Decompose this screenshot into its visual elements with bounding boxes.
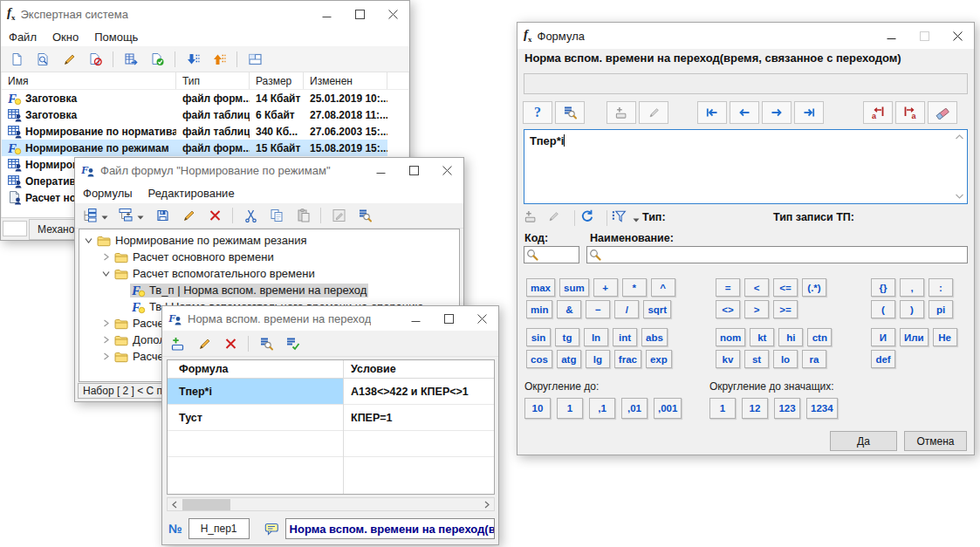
titlebar[interactable]: fx Экспертная система <box>1 1 409 27</box>
significant-12[interactable]: 12 <box>742 398 768 419</box>
key-ctn[interactable]: ctn <box>807 328 832 346</box>
key-frac[interactable]: frac <box>614 350 641 368</box>
scroll-column[interactable] <box>952 131 966 202</box>
file-row[interactable]: FЗаготовка файл форм...14 Кбайт25.01.201… <box>2 90 387 106</box>
scroll-thumb[interactable] <box>182 499 230 510</box>
menu-help[interactable]: Помощь <box>86 31 146 44</box>
tree-node-folder[interactable]: Расчет вспомогательного времени <box>79 265 459 282</box>
maximize-button[interactable] <box>397 158 430 182</box>
delete-button[interactable] <box>202 204 228 227</box>
menu-file[interactable]: Файл <box>1 31 45 44</box>
nav-first-button[interactable] <box>697 101 727 124</box>
tree-level-button[interactable] <box>113 204 136 227</box>
close-button[interactable] <box>465 306 498 331</box>
key-divide[interactable]: / <box>614 300 639 318</box>
key-ln[interactable]: ln <box>584 328 608 346</box>
expander-closed-icon[interactable] <box>102 319 110 327</box>
expander-closed-icon[interactable] <box>102 336 110 344</box>
key-pattern[interactable]: (.*) <box>802 278 826 297</box>
key-less-equal[interactable]: <= <box>773 278 798 297</box>
key-greater-equal[interactable]: >= <box>773 300 798 318</box>
key-lg[interactable]: lg <box>586 350 610 368</box>
find-formula-button[interactable] <box>352 204 378 227</box>
sort-ascending-button[interactable] <box>206 48 232 71</box>
tree-node-folder[interactable]: Расчет основного времени <box>79 249 459 265</box>
file-row[interactable]: Заготовка файл таблиц6 Кбайт27.08.2018 1… <box>2 106 387 123</box>
filter-dropdown[interactable] <box>633 210 640 226</box>
column-header-size[interactable]: Размер <box>250 72 304 89</box>
ok-button[interactable]: Да <box>830 431 897 451</box>
help-button[interactable]: ? <box>523 101 552 124</box>
key-greater[interactable]: > <box>744 300 769 318</box>
key-tg[interactable]: tg <box>555 328 579 346</box>
minimize-button[interactable] <box>364 158 397 182</box>
key-sin[interactable]: sin <box>526 328 551 346</box>
nav-next-button[interactable] <box>762 101 792 124</box>
menu-formulas[interactable]: Формулы <box>75 187 140 200</box>
round-10[interactable]: 10 <box>524 398 551 419</box>
titlebar[interactable]: F Норма вспом. времени на переход <box>162 306 498 331</box>
close-button[interactable] <box>941 23 974 49</box>
tree-node-folder[interactable]: Нормирование по режимам резания <box>79 232 459 249</box>
name-search-input[interactable] <box>586 246 968 263</box>
round-0-1[interactable]: ,1 <box>589 398 615 419</box>
key-braces[interactable]: {} <box>871 278 895 297</box>
tree-level-dropdown[interactable] <box>137 208 144 223</box>
key-comma[interactable]: , <box>900 278 924 297</box>
find-button[interactable] <box>555 101 585 124</box>
expander-closed-icon[interactable] <box>102 352 110 360</box>
refresh-button[interactable] <box>579 209 602 227</box>
scroll-up-icon[interactable] <box>955 133 964 140</box>
save-button[interactable] <box>149 204 175 227</box>
expander-closed-icon[interactable] <box>102 253 110 261</box>
horizontal-scrollbar[interactable] <box>167 497 495 511</box>
tile-windows-button[interactable] <box>242 48 268 71</box>
key-kv[interactable]: kv <box>716 350 740 368</box>
nav-last-button[interactable] <box>794 101 824 124</box>
key-min[interactable]: min <box>526 300 552 318</box>
filter-button[interactable] <box>612 210 633 226</box>
key-equals[interactable]: = <box>716 278 740 297</box>
key-multiply[interactable]: * <box>622 278 647 297</box>
key-not[interactable]: Не <box>933 328 957 346</box>
column-header-modified[interactable]: Изменен <box>304 72 387 89</box>
key-less[interactable]: < <box>744 278 769 297</box>
titlebar[interactable]: fx Формула <box>517 23 974 49</box>
code-search-input[interactable] <box>524 246 579 263</box>
key-colon[interactable]: : <box>929 278 953 297</box>
key-sum[interactable]: sum <box>559 278 589 297</box>
add-row-button[interactable] <box>165 332 191 355</box>
key-sqrt[interactable]: sqrt <box>643 300 671 318</box>
key-not-equal[interactable]: <> <box>716 300 740 318</box>
edit-button[interactable] <box>56 48 82 71</box>
key-open-paren[interactable]: ( <box>871 300 895 318</box>
copy-button[interactable] <box>264 204 290 227</box>
key-nom[interactable]: nom <box>716 328 745 346</box>
sort-descending-button[interactable] <box>180 48 206 71</box>
key-and[interactable]: И <box>871 328 895 346</box>
round-0-01[interactable]: ,01 <box>621 398 648 419</box>
scroll-right-arrow[interactable] <box>480 498 494 510</box>
significant-1[interactable]: 1 <box>709 398 736 419</box>
edit-button[interactable] <box>191 332 217 355</box>
table-row[interactable]: Туст КПЕР=1 <box>168 405 494 431</box>
tree-insert-button[interactable] <box>78 204 100 227</box>
round-1[interactable]: 1 <box>557 398 583 419</box>
key-close-paren[interactable]: ) <box>900 300 924 318</box>
insert-var-right-button[interactable]: a <box>895 101 925 124</box>
key-st[interactable]: st <box>744 350 769 368</box>
menu-editing[interactable]: Редактирование <box>140 187 243 200</box>
table-row-empty[interactable] <box>168 431 494 457</box>
insert-var-left-button[interactable]: a <box>863 101 893 124</box>
key-atg[interactable]: atg <box>557 350 581 368</box>
edit-button[interactable] <box>175 204 202 227</box>
minimize-button[interactable] <box>874 23 908 49</box>
key-hi[interactable]: hi <box>778 328 803 346</box>
key-plus[interactable]: + <box>593 278 618 297</box>
column-header-condition[interactable]: Условие <box>343 363 396 375</box>
tree-insert-dropdown[interactable] <box>101 208 108 223</box>
cut-button[interactable] <box>237 204 264 227</box>
tree-node-formula-selected[interactable]: FТв_п | Норма вспом. времени на переход <box>79 282 459 298</box>
key-ra[interactable]: ra <box>802 350 826 368</box>
key-max[interactable]: max <box>526 278 555 297</box>
